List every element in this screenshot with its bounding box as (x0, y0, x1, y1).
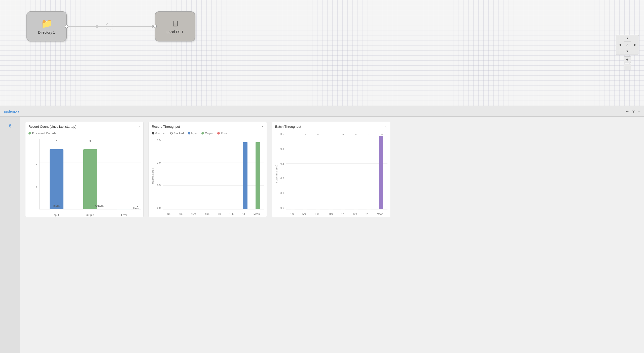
legend-stacked: Stacked (170, 132, 184, 135)
bt-bar-15m: 0 (312, 133, 324, 209)
batch-throughput-close[interactable]: × (385, 124, 387, 128)
y-tick-1: 1 (27, 186, 39, 189)
bt-bar-1d: 0 (362, 133, 375, 209)
record-count-close[interactable]: × (138, 124, 140, 128)
legend-processed-dot (28, 132, 31, 135)
record-throughput-chart: Record Throughput × Grouped Stacked Inpu… (149, 122, 267, 217)
record-count-legend: Processed Records (25, 130, 143, 136)
legend-stacked-circle (170, 132, 173, 135)
more-button[interactable]: ··· (626, 109, 629, 114)
directory1-node[interactable]: 📁 Directory 1 (26, 11, 67, 41)
rt-bar-15m (188, 139, 201, 209)
batch-throughput-header: Batch Throughput × (272, 122, 390, 130)
bar-input: 3 Input (50, 139, 63, 209)
legend-processed-label: Processed Records (32, 132, 56, 135)
record-throughput-legend: Grouped Stacked Input Output Error (149, 130, 267, 136)
nav-home-button[interactable]: ⌂ (624, 41, 631, 48)
app-name[interactable]: ppdemo ▾ (4, 109, 19, 113)
svg-point-2 (106, 23, 113, 30)
x-labels-row: Input Output Error (39, 213, 141, 216)
sidebar-label[interactable]: on (8, 124, 12, 127)
zoom-in-button[interactable]: + (624, 56, 631, 63)
batch-throughput-chart: Batch Throughput × ( batches / sec ) 0.5… (272, 122, 390, 217)
bt-y-tick-00: 0.0 (273, 207, 285, 209)
y-tick-2: 2 (27, 162, 39, 165)
record-throughput-body: ( records / sec ) 1.5 1.0 0.5 0.0 (149, 136, 267, 217)
nav-right-button[interactable]: ▶ (631, 41, 639, 48)
bt-bar-mean: 0.49 (375, 133, 387, 209)
legend-error: Error (217, 132, 227, 135)
nav-arrow-cluster: ▲ ◀ ⌂ ▶ ▼ (616, 35, 639, 55)
bar-input-bar (50, 149, 63, 209)
rt-bar-12h (226, 139, 239, 209)
legend-output-label: Output (205, 132, 213, 135)
legend-error-label: Error (221, 132, 227, 135)
legend-input: Input (188, 132, 197, 135)
record-count-title: Record Count (since last startup) (28, 125, 76, 128)
rt-bar-5m (175, 139, 188, 209)
batch-throughput-body: ( batches / sec ) 0.5 0.4 0.3 0.2 0.1 0.… (272, 130, 390, 217)
bar-output: 3 Output (83, 139, 97, 209)
rt-bar-1d (239, 139, 252, 209)
legend-input-dot (188, 132, 190, 135)
rt-y-tick-15: 1.5 (150, 139, 162, 142)
nav-up-button[interactable]: ▲ (624, 35, 631, 41)
bar-output-value: 3 (89, 140, 91, 143)
localfs1-node[interactable]: 🖥 Local FS 1 (155, 11, 195, 41)
rt-y-tick-00: 0.0 (150, 207, 162, 209)
legend-grouped-dot (152, 132, 154, 135)
localfs-icon: 🖥 (171, 19, 179, 28)
rt-bar-6h (213, 139, 226, 209)
svg-point-1 (95, 25, 98, 28)
minimize-button[interactable]: − (638, 109, 640, 114)
legend-stacked-label: Stacked (174, 132, 184, 135)
x-label-input: Input (53, 213, 59, 216)
legend-grouped: Grouped (152, 132, 166, 135)
localfs1-input-port[interactable] (153, 25, 157, 28)
rt-y-tick-05: 0.5 (150, 184, 162, 187)
legend-output-dot (201, 132, 204, 135)
record-count-header: Record Count (since last startup) × (25, 122, 143, 130)
rt-bars-area (163, 139, 264, 209)
bar-output-label: Output (95, 204, 103, 207)
bt-bar-1h: 0 (337, 133, 349, 209)
bt-y-tick-01: 0.1 (273, 192, 285, 195)
app-bar-actions: ··· ? − (626, 109, 640, 114)
legend-grouped-label: Grouped (155, 132, 166, 135)
zoom-out-button[interactable]: − (624, 64, 631, 70)
app-bar: ppdemo ▾ ··· ? − (0, 106, 644, 117)
sidebar-strip: on (0, 117, 20, 353)
record-count-body: 3 2 1 3 (25, 136, 143, 217)
record-throughput-header: Record Throughput × (149, 122, 267, 130)
bt-bar-1m: 0 (286, 133, 299, 209)
rt-x-labels: 1m 5m 15m 30m 6h 12h 1d Mean (163, 213, 264, 215)
directory-icon: 📁 (41, 18, 52, 29)
bar-error-bar (117, 209, 131, 209)
bar-input-value: 3 (56, 140, 57, 143)
connection-svg (0, 0, 644, 106)
record-throughput-title: Record Throughput (152, 125, 180, 128)
rt-bar-30m (201, 139, 213, 209)
localfs1-label: Local FS 1 (167, 30, 184, 34)
legend-output: Output (201, 132, 213, 135)
bt-bar-5m: 0 (299, 133, 311, 209)
nav-down-button[interactable]: ▼ (624, 48, 631, 55)
bar-error: 0 Error (117, 139, 131, 209)
help-button[interactable]: ? (632, 109, 635, 114)
rt-y-tick-10: 1.0 (150, 161, 162, 164)
rt-bar-mean (252, 139, 264, 209)
bar-input-label: Input (53, 204, 59, 207)
directory1-output-port[interactable] (65, 25, 68, 28)
rt-bar-1m (163, 139, 175, 209)
bt-bars-area: 0 0 0 0 0 (286, 133, 387, 209)
bt-y-tick-03: 0.3 (273, 162, 285, 165)
canvas-area[interactable]: 📁 Directory 1 🖥 Local FS 1 ▲ ◀ ⌂ ▶ ▼ + − (0, 0, 644, 106)
nav-left-button[interactable]: ◀ (616, 41, 624, 48)
bt-y-tick-04: 0.4 (273, 148, 285, 150)
record-throughput-close[interactable]: × (262, 124, 264, 128)
record-count-chart: Record Count (since last startup) × Proc… (25, 122, 144, 217)
charts-container: Record Count (since last startup) × Proc… (0, 117, 644, 353)
nav-controls: ▲ ◀ ⌂ ▶ ▼ + − (616, 35, 639, 71)
y-tick-3: 3 (27, 139, 39, 142)
bt-bar-30m: 0 (324, 133, 337, 209)
